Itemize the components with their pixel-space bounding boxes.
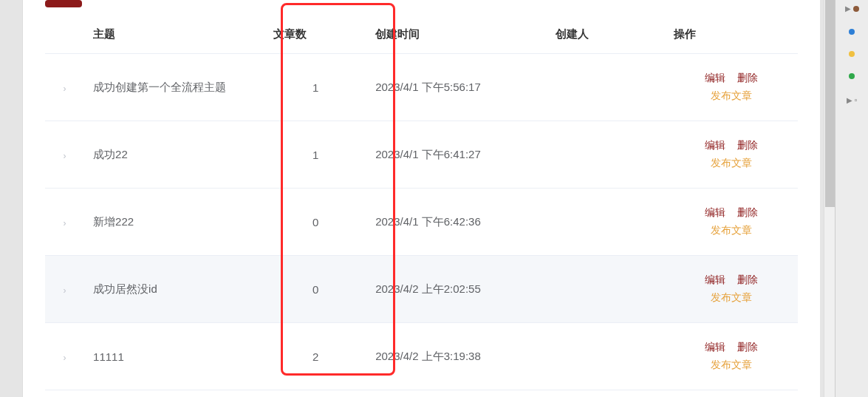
chevron-right-icon[interactable]: › [64, 285, 66, 296]
publish-link[interactable]: 发布文章 [711, 291, 752, 305]
table-row: ›成功创建第一个全流程主题12023/4/1 下午5:56:17编辑删除发布文章 [45, 54, 798, 121]
cell-actions: 编辑删除发布文章 [665, 256, 798, 323]
table-row: ›成功居然没id02023/4/2 上午2:02:55编辑删除发布文章 [45, 256, 798, 323]
publish-link[interactable]: 发布文章 [711, 359, 752, 372]
cell-topic: 成功创建第一个全流程主题 [84, 54, 264, 121]
delete-link[interactable]: 删除 [737, 341, 758, 354]
edit-link[interactable]: 编辑 [705, 72, 725, 85]
chevron-right-icon[interactable]: › [64, 218, 66, 228]
publish-link[interactable]: 发布文章 [711, 89, 752, 103]
cell-actions: 编辑删除发布文章 [665, 189, 798, 256]
delete-link[interactable]: 删除 [737, 139, 758, 152]
square-icon: ▫ [855, 95, 858, 104]
publish-link[interactable]: 发布文章 [711, 157, 752, 170]
cell-creator [547, 323, 664, 390]
chevron-right-icon[interactable]: › [64, 353, 66, 363]
cell-actions: 编辑删除发布文章 [665, 54, 798, 121]
vertical-scrollbar[interactable] [824, 0, 835, 397]
cell-topic: 11111 [84, 323, 264, 390]
table-row: ›成功2212023/4/1 下午6:41:27编辑删除发布文章 [45, 121, 798, 189]
right-tool-sidebar: ▶ ▶▫ [835, 0, 868, 397]
edit-link[interactable]: 编辑 [705, 274, 725, 287]
topic-table: 主题 文章数 创建时间 创建人 操作 ›成功创建第一个全流程主题12023/4/… [45, 16, 798, 390]
col-header-creator: 创建人 [547, 16, 664, 54]
top-badge [45, 0, 82, 7]
col-header-count: 文章数 [264, 16, 366, 54]
cell-createdAt: 2023/4/1 下午6:42:36 [366, 189, 547, 256]
col-header-topic: 主题 [84, 16, 264, 54]
edit-link[interactable]: 编辑 [705, 206, 725, 220]
cell-creator [547, 256, 664, 323]
cell-count: 1 [264, 54, 366, 121]
edit-link[interactable]: 编辑 [705, 139, 725, 152]
cell-creator [547, 121, 664, 189]
publish-link[interactable]: 发布文章 [711, 224, 752, 237]
delete-link[interactable]: 删除 [737, 206, 758, 220]
cell-topic: 成功居然没id [84, 256, 264, 323]
delete-link[interactable]: 删除 [737, 72, 758, 85]
chevron-right-icon[interactable]: › [64, 151, 66, 161]
cell-count: 0 [264, 189, 366, 256]
scrollbar-thumb[interactable] [825, 0, 835, 207]
sidebar-tool-1[interactable]: ▶ [845, 4, 859, 13]
cell-createdAt: 2023/4/2 上午3:19:38 [366, 323, 547, 390]
cell-createdAt: 2023/4/2 上午2:02:55 [366, 256, 547, 323]
sidebar-tool-2[interactable] [849, 29, 855, 35]
sidebar-tool-5[interactable]: ▶▫ [847, 95, 858, 104]
cell-createdAt: 2023/4/1 下午5:56:17 [366, 54, 547, 121]
cell-topic: 新增222 [84, 189, 264, 256]
dot-icon [849, 29, 855, 35]
col-header-actions: 操作 [665, 16, 798, 54]
table-row: ›1111122023/4/2 上午3:19:38编辑删除发布文章 [45, 323, 798, 390]
cell-count: 1 [264, 121, 366, 189]
cell-creator [547, 189, 664, 256]
sidebar-tool-4[interactable] [849, 73, 855, 79]
delete-link[interactable]: 删除 [737, 274, 758, 287]
table-header-row: 主题 文章数 创建时间 创建人 操作 [45, 16, 798, 54]
triangle-right-icon: ▶ [847, 96, 852, 104]
edit-link[interactable]: 编辑 [705, 341, 725, 354]
cell-actions: 编辑删除发布文章 [665, 323, 798, 390]
dot-icon [849, 73, 855, 79]
dot-icon [849, 51, 855, 57]
triangle-right-icon: ▶ [845, 4, 851, 13]
cell-count: 0 [264, 256, 366, 323]
table-row: ›新增22202023/4/1 下午6:42:36编辑删除发布文章 [45, 189, 798, 256]
chevron-right-icon[interactable]: › [64, 84, 66, 94]
sidebar-tool-3[interactable] [849, 51, 855, 57]
dot-icon [853, 6, 859, 12]
cell-actions: 编辑删除发布文章 [665, 121, 798, 189]
cell-creator [547, 54, 664, 121]
cell-topic: 成功22 [84, 121, 264, 189]
col-header-createdAt: 创建时间 [366, 16, 547, 54]
cell-createdAt: 2023/4/1 下午6:41:27 [366, 121, 547, 189]
cell-count: 2 [264, 323, 366, 390]
